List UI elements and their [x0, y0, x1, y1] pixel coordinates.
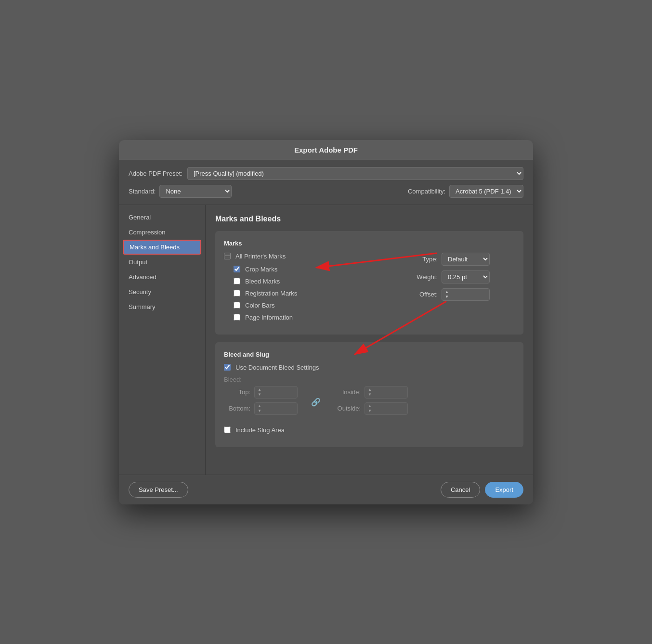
inside-label: Inside: [334, 388, 361, 396]
bottom-spinner: ▲ ▼ 3 mm [254, 402, 298, 415]
outside-field-row: Outside: ▲ ▼ 3 mm [334, 402, 408, 415]
bottom-up-arrow[interactable]: ▲ [258, 404, 261, 409]
sidebar-item-output[interactable]: Output [119, 255, 205, 270]
all-printers-checkbox[interactable] [224, 253, 231, 259]
outside-spinner-arrows[interactable]: ▲ ▼ [368, 404, 372, 413]
marks-left: All Printer's Marks Crop Marks Bleed Mar… [224, 253, 390, 326]
inside-input[interactable]: 3 mm [372, 388, 398, 396]
bottom-input[interactable]: 3 mm [261, 405, 288, 412]
dialog-title: Export Adobe PDF [294, 146, 358, 154]
bottom-label: Bottom: [224, 405, 250, 412]
top-field-row: Top: ▲ ▼ 3 mm [224, 386, 298, 399]
page-information-checkbox[interactable] [234, 314, 240, 321]
inside-down-arrow[interactable]: ▼ [368, 392, 372, 397]
link-icon: 🔗 [311, 398, 321, 407]
cancel-button[interactable]: Cancel [441, 482, 480, 498]
registration-marks-row: Registration Marks [234, 290, 390, 297]
marks-right: Type: Default Weight: 0.25 pt [409, 253, 515, 326]
weight-select[interactable]: 0.25 pt [442, 270, 490, 283]
all-printers-label: All Printer's Marks [235, 253, 286, 260]
color-bars-row: Color Bars [234, 302, 390, 309]
bleed-fields: Top: ▲ ▼ 3 mm Bottom: [224, 386, 515, 419]
outside-spinner: ▲ ▼ 3 mm [365, 402, 408, 415]
title-bar: Export Adobe PDF [119, 140, 533, 160]
color-bars-label: Color Bars [245, 302, 274, 309]
registration-marks-checkbox[interactable] [234, 290, 240, 296]
top-up-arrow[interactable]: ▲ [258, 387, 261, 392]
sidebar-item-marks-and-bleeds[interactable]: Marks and Bleeds [123, 240, 201, 255]
top-bar: Adobe PDF Preset: [Press Quality] (modif… [119, 160, 533, 205]
btn-group-right: Cancel Export [441, 482, 523, 498]
bleed-left-col: Top: ▲ ▼ 3 mm Bottom: [224, 386, 298, 419]
weight-field-row: Weight: 0.25 pt [409, 270, 515, 283]
offset-down-arrow[interactable]: ▼ [445, 295, 449, 299]
outside-label: Outside: [334, 405, 361, 412]
bottom-field-row: Bottom: ▲ ▼ 3 mm [224, 402, 298, 415]
marks-layout: All Printer's Marks Crop Marks Bleed Mar… [224, 253, 515, 326]
offset-input[interactable]: 2,117 mm [449, 291, 482, 298]
sidebar-item-advanced[interactable]: Advanced [119, 270, 205, 284]
top-spinner: ▲ ▼ 3 mm [254, 386, 298, 399]
bleed-right-col: Inside: ▲ ▼ 3 mm Outside [334, 386, 408, 419]
include-slug-label: Include Slug Area [235, 426, 285, 434]
main-panel-wrapper: Marks and Bleeds Marks All Printer's Mar… [206, 205, 533, 475]
bleed-marks-checkbox[interactable] [234, 278, 240, 284]
offset-label: Offset: [409, 291, 438, 298]
standard-label: Standard: [129, 188, 156, 195]
content-area: General Compression Marks and Bleeds Out… [119, 205, 533, 475]
marks-subtitle: Marks [224, 240, 515, 247]
all-printers-row: All Printer's Marks [224, 253, 390, 260]
inside-spinner-arrows[interactable]: ▲ ▼ [368, 387, 372, 397]
color-bars-checkbox[interactable] [234, 302, 240, 309]
top-label: Top: [224, 388, 250, 396]
bleed-label: Bleed: [224, 376, 515, 383]
inside-spinner: ▲ ▼ 3 mm [365, 386, 408, 399]
offset-up-arrow[interactable]: ▲ [445, 290, 449, 295]
page-information-row: Page Information [234, 314, 390, 321]
crop-marks-row: Crop Marks [234, 266, 390, 273]
export-pdf-dialog: Export Adobe PDF Adobe PDF Preset: [Pres… [119, 140, 533, 504]
bleed-slug-subtitle: Bleed and Slug [224, 351, 515, 358]
top-input[interactable]: 3 mm [261, 388, 288, 396]
top-spinner-arrows[interactable]: ▲ ▼ [258, 387, 261, 397]
bleed-marks-row: Bleed Marks [234, 278, 390, 285]
bleed-slug-card: Bleed and Slug Use Document Bleed Settin… [215, 342, 523, 447]
export-button[interactable]: Export [485, 482, 523, 498]
crop-marks-checkbox[interactable] [234, 266, 240, 272]
page-information-label: Page Information [245, 314, 293, 321]
bottom-spinner-arrows[interactable]: ▲ ▼ [258, 404, 261, 413]
preset-select[interactable]: [Press Quality] (modified) [187, 167, 523, 180]
sidebar-item-summary[interactable]: Summary [119, 299, 205, 314]
inside-field-row: Inside: ▲ ▼ 3 mm [334, 386, 408, 399]
type-label: Type: [409, 256, 438, 263]
use-document-bleed-checkbox[interactable] [224, 364, 231, 371]
section-title: Marks and Bleeds [215, 215, 523, 223]
outside-down-arrow[interactable]: ▼ [368, 409, 372, 413]
save-preset-button[interactable]: Save Preset... [129, 482, 188, 498]
compatibility-select[interactable]: Acrobat 5 (PDF 1.4) [449, 185, 523, 198]
bottom-bar: Save Preset... Cancel Export [119, 475, 533, 504]
outside-input[interactable]: 3 mm [372, 405, 398, 412]
type-field-row: Type: Default [409, 253, 515, 266]
top-down-arrow[interactable]: ▼ [258, 392, 261, 397]
compatibility-label: Compatibility: [408, 188, 445, 195]
sidebar-item-security[interactable]: Security [119, 284, 205, 299]
sidebar-item-general[interactable]: General [119, 210, 205, 225]
offset-spinner[interactable]: ▲ ▼ 2,117 mm [442, 288, 490, 301]
include-slug-checkbox[interactable] [224, 426, 231, 433]
inside-up-arrow[interactable]: ▲ [368, 387, 372, 392]
use-document-bleed-row: Use Document Bleed Settings [224, 364, 515, 371]
preset-label: Adobe PDF Preset: [129, 170, 183, 177]
main-panel: Marks and Bleeds Marks All Printer's Mar… [206, 205, 533, 464]
weight-label: Weight: [409, 273, 438, 281]
standard-select[interactable]: None [159, 185, 232, 198]
outside-up-arrow[interactable]: ▲ [368, 404, 372, 409]
offset-field-row: Offset: ▲ ▼ 2,117 mm [409, 288, 515, 301]
bottom-down-arrow[interactable]: ▼ [258, 409, 261, 413]
use-document-bleed-label: Use Document Bleed Settings [235, 364, 319, 371]
type-select[interactable]: Default [442, 253, 490, 266]
bleed-marks-label: Bleed Marks [245, 278, 280, 285]
marks-card: Marks All Printer's Marks Crop Mark [215, 231, 523, 335]
sidebar-item-compression[interactable]: Compression [119, 225, 205, 240]
offset-spinner-arrows[interactable]: ▲ ▼ [445, 290, 449, 299]
